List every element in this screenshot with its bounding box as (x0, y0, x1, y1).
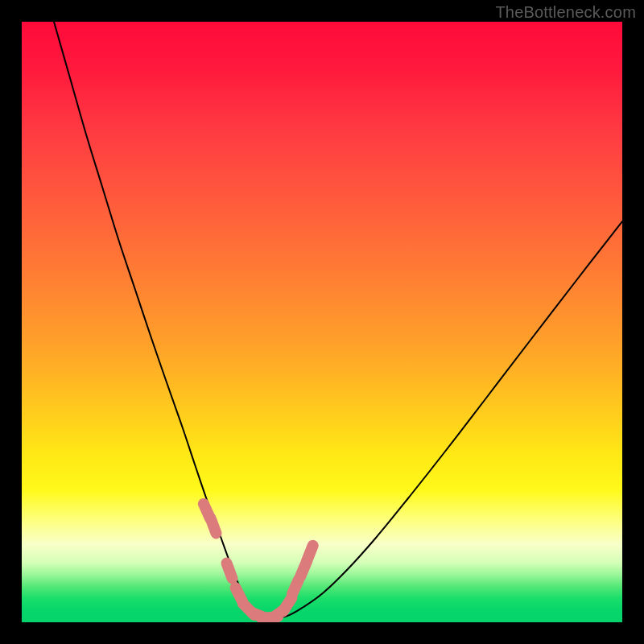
chart-svg (22, 22, 622, 622)
marker-dot (227, 564, 233, 579)
marker-group (204, 504, 313, 619)
bottleneck-curve (54, 22, 622, 617)
marker-dot (283, 598, 292, 612)
outer-frame: TheBottleneck.com (0, 0, 644, 644)
marker-dot (307, 546, 312, 561)
watermark-text: TheBottleneck.com (495, 3, 636, 22)
plot-area (22, 22, 622, 622)
marker-dot (292, 580, 299, 594)
marker-dot (211, 518, 217, 534)
